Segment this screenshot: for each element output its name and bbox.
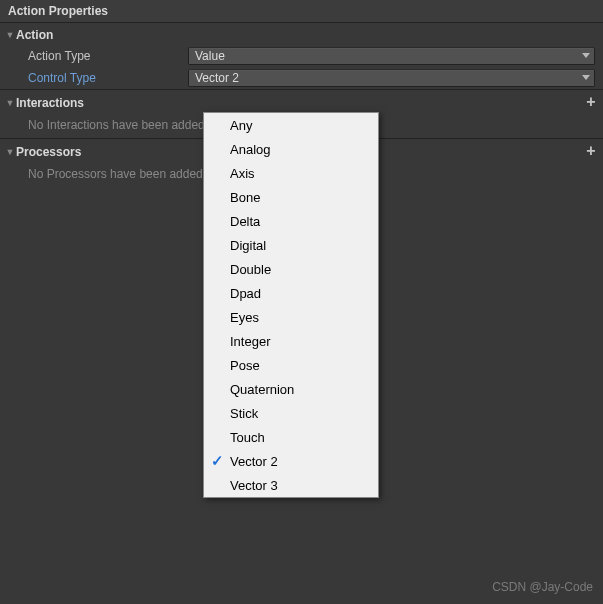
row-control-type: Control Type Vector 2 bbox=[0, 67, 603, 89]
dropdown-control-type-value: Vector 2 bbox=[195, 71, 239, 85]
control-type-option[interactable]: Eyes bbox=[204, 305, 378, 329]
control-type-option[interactable]: Analog bbox=[204, 137, 378, 161]
dropdown-action-type[interactable]: Value bbox=[188, 47, 595, 65]
section-header-action[interactable]: ▼ Action bbox=[0, 25, 603, 45]
control-type-option-label: Any bbox=[230, 118, 252, 133]
caret-down-icon bbox=[582, 53, 590, 58]
control-type-option-label: Dpad bbox=[230, 286, 261, 301]
label-control-type: Control Type bbox=[28, 71, 188, 85]
control-type-option[interactable]: Integer bbox=[204, 329, 378, 353]
control-type-option[interactable]: Quaternion bbox=[204, 377, 378, 401]
control-type-option-label: Double bbox=[230, 262, 271, 277]
label-action-type: Action Type bbox=[28, 49, 188, 63]
control-type-option-label: Quaternion bbox=[230, 382, 294, 397]
control-type-option-label: Integer bbox=[230, 334, 270, 349]
control-type-option-label: Vector 2 bbox=[230, 454, 278, 469]
caret-down-icon bbox=[582, 75, 590, 80]
section-title-action: Action bbox=[16, 28, 599, 42]
check-icon: ✓ bbox=[204, 452, 230, 470]
control-type-dropdown-menu[interactable]: AnyAnalogAxisBoneDeltaDigitalDoubleDpadE… bbox=[203, 112, 379, 498]
control-type-option-label: Stick bbox=[230, 406, 258, 421]
control-type-option[interactable]: Bone bbox=[204, 185, 378, 209]
dropdown-action-type-value: Value bbox=[195, 49, 225, 63]
control-type-option-label: Analog bbox=[230, 142, 270, 157]
add-processor-button[interactable]: + bbox=[583, 144, 599, 160]
control-type-option[interactable]: Delta bbox=[204, 209, 378, 233]
control-type-option-label: Bone bbox=[230, 190, 260, 205]
row-action-type: Action Type Value bbox=[0, 45, 603, 67]
control-type-option[interactable]: Axis bbox=[204, 161, 378, 185]
control-type-option-label: Digital bbox=[230, 238, 266, 253]
control-type-option[interactable]: Vector 3 bbox=[204, 473, 378, 497]
control-type-option[interactable]: Touch bbox=[204, 425, 378, 449]
foldout-icon: ▼ bbox=[4, 97, 16, 109]
section-header-interactions[interactable]: ▼ Interactions + bbox=[0, 92, 603, 114]
control-type-option-label: Delta bbox=[230, 214, 260, 229]
control-type-option-label: Vector 3 bbox=[230, 478, 278, 493]
control-type-option[interactable]: Any bbox=[204, 113, 378, 137]
control-type-option[interactable]: Digital bbox=[204, 233, 378, 257]
panel-title: Action Properties bbox=[0, 0, 603, 23]
control-type-option[interactable]: Stick bbox=[204, 401, 378, 425]
foldout-icon: ▼ bbox=[4, 29, 16, 41]
add-interaction-button[interactable]: + bbox=[583, 95, 599, 111]
control-type-option-label: Touch bbox=[230, 430, 265, 445]
control-type-option[interactable]: Pose bbox=[204, 353, 378, 377]
control-type-option-label: Eyes bbox=[230, 310, 259, 325]
control-type-option[interactable]: Dpad bbox=[204, 281, 378, 305]
watermark: CSDN @Jay-Code bbox=[492, 580, 593, 594]
control-type-option[interactable]: ✓Vector 2 bbox=[204, 449, 378, 473]
control-type-option-label: Axis bbox=[230, 166, 255, 181]
control-type-option-label: Pose bbox=[230, 358, 260, 373]
section-action: ▼ Action Action Type Value Control Type … bbox=[0, 25, 603, 89]
foldout-icon: ▼ bbox=[4, 146, 16, 158]
dropdown-control-type[interactable]: Vector 2 bbox=[188, 69, 595, 87]
control-type-option[interactable]: Double bbox=[204, 257, 378, 281]
section-title-interactions: Interactions bbox=[16, 96, 583, 110]
